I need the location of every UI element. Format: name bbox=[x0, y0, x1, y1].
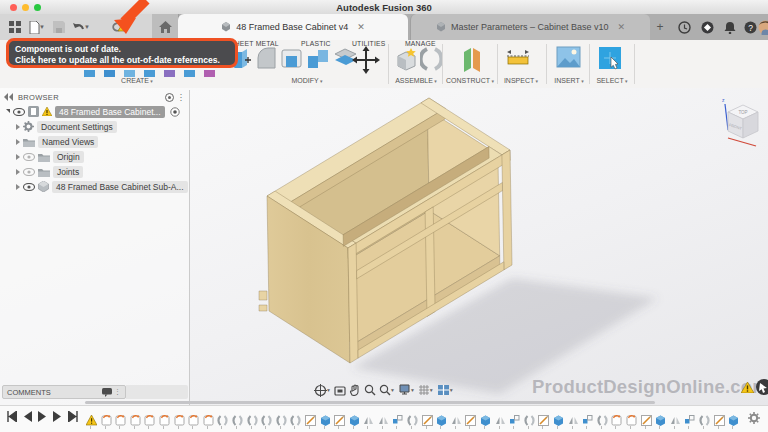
timeline-feature-component-icon[interactable] bbox=[159, 412, 170, 426]
timeline-feature-joint-icon[interactable] bbox=[290, 412, 301, 426]
display-settings-icon[interactable]: ▼ bbox=[398, 384, 415, 396]
timeline-feature-component-icon[interactable] bbox=[626, 412, 637, 426]
timeline-feature-extrude-icon[interactable] bbox=[320, 412, 331, 426]
timeline-feature-joint-icon[interactable] bbox=[276, 412, 287, 426]
shell-icon[interactable] bbox=[280, 46, 304, 71]
combine-icon[interactable] bbox=[306, 46, 331, 71]
timeline-scrollbar[interactable] bbox=[85, 401, 655, 404]
timeline-feature-joint-icon[interactable] bbox=[699, 412, 710, 426]
help-icon[interactable]: ? bbox=[742, 19, 758, 35]
data-panel-icon[interactable] bbox=[6, 18, 24, 36]
timeline-feature-component-icon[interactable] bbox=[144, 412, 155, 426]
new-component-icon[interactable] bbox=[394, 46, 419, 73]
timeline-feature-joint-icon[interactable] bbox=[261, 412, 272, 426]
look-at-icon[interactable] bbox=[334, 385, 346, 396]
browser-row-joints[interactable]: Joints bbox=[0, 164, 189, 179]
viewcube[interactable]: z TOP FRONT bbox=[712, 90, 768, 152]
timeline-feature-joint-icon[interactable] bbox=[217, 412, 228, 426]
fit-zoom-icon[interactable]: ▼ bbox=[379, 384, 395, 396]
timeline-feature-joint-icon[interactable] bbox=[524, 412, 535, 426]
timeline-feature-sketch-icon[interactable] bbox=[538, 412, 549, 426]
model-viewport[interactable]: z TOP FRONT BROWSER ⋮ 48 Framed Base Cab… bbox=[0, 88, 768, 405]
timeline-feature-extrude-icon[interactable] bbox=[655, 412, 666, 426]
play-icon[interactable] bbox=[38, 411, 47, 422]
timeline-feature-component-icon[interactable] bbox=[203, 412, 214, 426]
timeline-feature-sketch-icon[interactable] bbox=[641, 412, 652, 426]
timeline-feature-extrude-icon[interactable] bbox=[480, 412, 491, 426]
move-icon[interactable] bbox=[352, 46, 380, 74]
timeline-feature-mirror-icon[interactable] bbox=[363, 412, 374, 426]
timeline-feature-component-icon[interactable] bbox=[188, 412, 199, 426]
go-to-start-icon[interactable] bbox=[6, 411, 17, 422]
comments-bar[interactable]: COMMENTS ⋮ bbox=[2, 385, 126, 399]
tree-item-label[interactable]: Named Views bbox=[38, 136, 98, 148]
root-component-label[interactable]: 48 Framed Base Cabinet... bbox=[55, 106, 165, 118]
timeline-feature-sketch-icon[interactable] bbox=[305, 412, 316, 426]
timeline-feature-warning-icon[interactable] bbox=[86, 412, 97, 426]
select-icon[interactable] bbox=[598, 46, 624, 72]
viewport-warning-icon[interactable] bbox=[741, 382, 754, 393]
step-forward-icon[interactable] bbox=[53, 411, 62, 422]
orbit-icon[interactable]: ▼ bbox=[314, 384, 331, 397]
extensions-icon[interactable] bbox=[699, 19, 715, 35]
tab-close-icon[interactable]: ✕ bbox=[618, 22, 626, 32]
undo-icon[interactable]: ▼ bbox=[72, 18, 90, 36]
save-icon[interactable] bbox=[50, 18, 68, 36]
new-tab-button[interactable]: + bbox=[652, 19, 668, 35]
display-filter-icon[interactable] bbox=[165, 93, 174, 102]
timeline-feature-joint-icon[interactable] bbox=[597, 412, 608, 426]
tree-item-label[interactable]: Document Settings bbox=[37, 121, 117, 133]
timeline-feature-component-icon[interactable] bbox=[101, 412, 112, 426]
job-status-icon[interactable] bbox=[676, 19, 692, 35]
notifications-bell-icon[interactable] bbox=[722, 19, 738, 35]
grid-snap-icon[interactable]: ▼ bbox=[418, 384, 434, 396]
timeline-feature-mirror-icon[interactable] bbox=[670, 412, 681, 426]
timeline-feature-joint-icon[interactable] bbox=[247, 412, 258, 426]
expand-icon[interactable] bbox=[16, 154, 20, 160]
insert-canvas-icon[interactable] bbox=[556, 46, 581, 68]
fillet-icon[interactable] bbox=[255, 46, 278, 71]
construct-plane-icon[interactable] bbox=[460, 46, 484, 73]
timeline-feature-sketch-icon[interactable] bbox=[334, 412, 345, 426]
comments-menu-icon[interactable]: ⋮ bbox=[114, 388, 121, 396]
timeline-feature-mirror-icon[interactable] bbox=[495, 412, 506, 426]
expand-icon[interactable] bbox=[16, 139, 20, 145]
timeline-feature-extrude-icon[interactable] bbox=[349, 412, 360, 426]
expand-icon[interactable] bbox=[6, 109, 10, 116]
browser-row-root[interactable]: 48 Framed Base Cabinet... bbox=[0, 104, 189, 119]
browser-row-document-settings[interactable]: Document Settings bbox=[0, 119, 189, 134]
expand-icon[interactable] bbox=[16, 184, 20, 190]
visibility-eye-icon[interactable] bbox=[23, 183, 35, 191]
browser-menu-icon[interactable]: ⋮ bbox=[177, 93, 185, 102]
comment-bubble-icon[interactable] bbox=[102, 388, 112, 397]
timeline-feature-pattern-icon[interactable] bbox=[392, 412, 403, 426]
tree-item-label[interactable]: Origin bbox=[53, 151, 84, 163]
pan-icon[interactable] bbox=[349, 384, 361, 396]
go-to-end-icon[interactable] bbox=[68, 411, 79, 422]
zoom-icon[interactable] bbox=[364, 384, 376, 396]
joint-icon[interactable] bbox=[420, 46, 442, 72]
timeline-feature-mirror-icon[interactable] bbox=[568, 412, 579, 426]
tree-item-label[interactable]: 48 Framed Base Cabinet Sub-A... bbox=[52, 181, 188, 193]
user-avatar[interactable] bbox=[757, 19, 768, 35]
timeline-feature-component-icon[interactable] bbox=[611, 412, 622, 426]
timeline-feature-component-icon[interactable] bbox=[174, 412, 185, 426]
timeline-feature-sketch-icon[interactable] bbox=[422, 412, 433, 426]
guide-cursor-icon[interactable] bbox=[756, 379, 768, 395]
activate-component-radio[interactable] bbox=[170, 107, 180, 117]
file-menu-icon[interactable]: ▼ bbox=[28, 18, 46, 36]
timeline-feature-sketch-icon[interactable] bbox=[714, 412, 725, 426]
tree-item-label[interactable]: Joints bbox=[53, 166, 83, 178]
home-icon[interactable] bbox=[152, 14, 179, 40]
timeline-feature-pattern-icon[interactable] bbox=[582, 412, 593, 426]
timeline-feature-component-icon[interactable] bbox=[115, 412, 126, 426]
measure-icon[interactable] bbox=[505, 46, 531, 68]
timeline-feature-extrude-icon[interactable] bbox=[436, 412, 447, 426]
timeline-feature-joint-icon[interactable] bbox=[407, 412, 418, 426]
tab-close-icon[interactable]: ✕ bbox=[357, 22, 365, 32]
collapse-panel-icon[interactable] bbox=[4, 93, 14, 101]
visibility-eye-off-icon[interactable] bbox=[23, 168, 35, 176]
modify-group-label[interactable]: MODIFY bbox=[275, 77, 339, 84]
timeline-feature-extrude-icon[interactable] bbox=[728, 412, 739, 426]
timeline-feature-pattern-icon[interactable] bbox=[509, 412, 520, 426]
